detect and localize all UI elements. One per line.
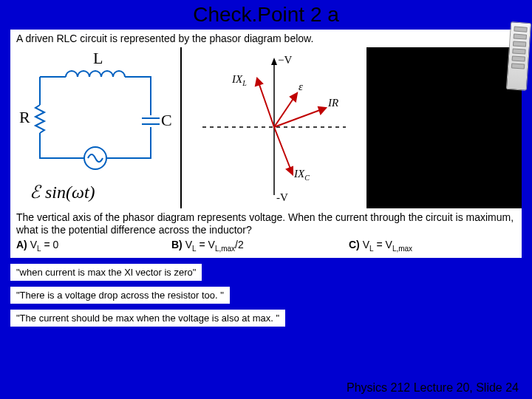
svg-text:IXC: IXC bbox=[293, 168, 310, 182]
phasor-diagram: −V -V IXL ε IR IXC bbox=[182, 47, 366, 208]
label-R: R bbox=[19, 108, 30, 126]
svg-text:ε: ε bbox=[299, 81, 303, 92]
svg-marker-3 bbox=[271, 58, 277, 65]
figure-area: L R C ℰ sin(ωt) bbox=[10, 47, 522, 208]
question-box: The vertical axis of the phasor diagram … bbox=[10, 208, 522, 258]
quote-1: "when current is max the Xl vector is ze… bbox=[10, 264, 202, 281]
clicker-remote-icon bbox=[506, 21, 531, 91]
svg-marker-7 bbox=[290, 93, 297, 101]
svg-text:IR: IR bbox=[327, 97, 338, 109]
footer-text: Physics 212 Lecture 20, Slide 24 bbox=[347, 381, 519, 395]
circuit-diagram: L R C ℰ sin(ωt) bbox=[10, 47, 180, 208]
option-a: A) VL = 0 bbox=[16, 239, 171, 253]
quote-3: "The current should be max when the volt… bbox=[10, 310, 285, 327]
option-b: B) VL = VL,max/2 bbox=[171, 239, 349, 253]
svg-line-8 bbox=[274, 108, 326, 127]
svg-marker-9 bbox=[318, 107, 326, 114]
page-title: Check.Point 2 a bbox=[0, 0, 532, 28]
phasor-top-label: −V bbox=[278, 54, 292, 66]
option-c: C) VL = VL,max bbox=[349, 239, 412, 253]
intro-text: A driven RLC circuit is represented by t… bbox=[10, 30, 522, 47]
drive-equation: ℰ sin(ωt) bbox=[30, 182, 95, 202]
svg-marker-11 bbox=[287, 167, 293, 174]
question-text: The vertical axis of the phasor diagram … bbox=[16, 211, 516, 237]
phasor-bottom-label: -V bbox=[276, 191, 288, 203]
label-C: C bbox=[161, 111, 172, 129]
label-L: L bbox=[93, 49, 103, 67]
svg-text:IXL: IXL bbox=[231, 73, 247, 87]
svg-line-4 bbox=[257, 78, 274, 127]
svg-marker-5 bbox=[256, 78, 262, 86]
quote-2: "There is a voltage drop across the resi… bbox=[10, 287, 230, 304]
